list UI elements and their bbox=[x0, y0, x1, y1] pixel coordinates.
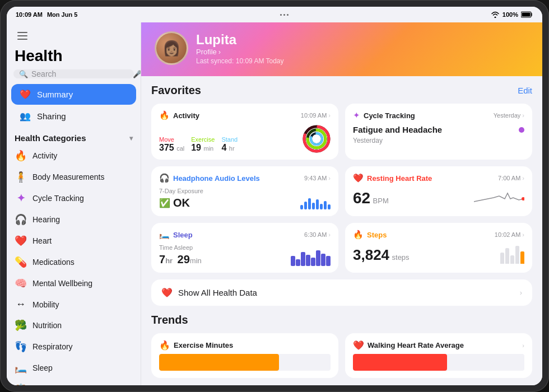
sleep-card-header: 🛏️ Sleep 6:30 AM › bbox=[159, 230, 331, 240]
search-bar[interactable]: 🔍 🎤 bbox=[13, 69, 134, 78]
trend-walking-hr-title: Walking Heart Rate Average bbox=[367, 341, 464, 349]
steps-card-header: 🔥 Steps 10:02 AM › bbox=[353, 230, 524, 240]
steps-chevron-icon: › bbox=[522, 231, 524, 238]
category-cycle[interactable]: ✦ Cycle Tracking bbox=[7, 188, 141, 209]
sleep-bars bbox=[291, 249, 331, 266]
cycle-symptom-time: Yesterday bbox=[353, 137, 442, 144]
trend-exercise[interactable]: 🔥 Exercise Minutes bbox=[151, 333, 338, 378]
symptoms-icon: 📋 bbox=[15, 383, 27, 385]
cycle-card-title: Cycle Tracking bbox=[364, 111, 415, 120]
exercise-unit: min bbox=[203, 145, 213, 152]
mobility-icon: ↔️ bbox=[15, 298, 27, 310]
headphone-time: 9:43 AM › bbox=[304, 175, 331, 181]
steps-unit: steps bbox=[392, 253, 410, 262]
profile-link[interactable]: Profile › bbox=[196, 48, 284, 56]
ok-icon: ✅ bbox=[159, 198, 170, 208]
sleep-time: 6:30 AM › bbox=[304, 231, 331, 238]
headphone-title-row: 🎧 Headphone Audio Levels bbox=[159, 173, 260, 183]
exercise-trend-bar bbox=[159, 354, 331, 371]
move-stat: Move 375 cal bbox=[159, 136, 184, 153]
sidebar-item-summary[interactable]: ❤️ Summary bbox=[11, 84, 136, 105]
status-date: Mon Jun 5 bbox=[47, 11, 77, 18]
category-mobility[interactable]: ↔️ Mobility bbox=[7, 294, 141, 315]
chevron-down-icon: ▾ bbox=[129, 134, 133, 142]
category-hearing[interactable]: 🎧 Hearing bbox=[7, 209, 141, 230]
trend-exercise-icon: 🔥 bbox=[159, 340, 170, 351]
status-bar-center bbox=[280, 14, 289, 16]
cycle-chevron-icon: › bbox=[522, 112, 524, 119]
steps-card[interactable]: 🔥 Steps 10:02 AM › 3,824 bbox=[345, 223, 532, 273]
sync-status: Last synced: 10:09 AM Today bbox=[196, 57, 284, 65]
sidebar-toggle-button[interactable] bbox=[15, 28, 30, 44]
headphone-card[interactable]: 🎧 Headphone Audio Levels 9:43 AM › bbox=[151, 166, 338, 216]
category-mental[interactable]: 🧠 Mental Wellbeing bbox=[7, 273, 141, 294]
edit-button[interactable]: Edit bbox=[518, 86, 532, 95]
steps-card-icon: 🔥 bbox=[353, 230, 364, 240]
activity-chevron-icon: › bbox=[328, 112, 331, 119]
category-heart[interactable]: ❤️ Heart bbox=[7, 230, 141, 251]
category-sleep[interactable]: 🛏️ Sleep bbox=[7, 357, 141, 379]
sleep-minutes: 29 bbox=[178, 253, 190, 265]
sidebar: Health 🔍 🎤 ❤️ Summary 👥 Sharing bbox=[7, 22, 141, 385]
favorites-header: Favorites Edit bbox=[151, 84, 532, 97]
activity-icon: 🔥 bbox=[15, 150, 27, 162]
activity-card-title: Activity bbox=[173, 111, 199, 120]
profile-info: Lupita Profile › Last synced: 10:09 AM T… bbox=[196, 32, 284, 65]
move-value: 375 bbox=[159, 143, 174, 152]
category-medications[interactable]: 💊 Medications bbox=[7, 251, 141, 273]
cycle-time: Yesterday › bbox=[494, 112, 524, 119]
category-symptoms[interactable]: 📋 Symptoms bbox=[7, 379, 141, 385]
activity-card-header: 🔥 Activity 10:09 AM › bbox=[159, 110, 331, 120]
cycle-card-header: ✦ Cycle Tracking Yesterday › bbox=[353, 110, 524, 120]
exercise-value: 19 bbox=[191, 143, 201, 152]
bpm-value: 62 bbox=[353, 189, 370, 207]
search-icon: 🔍 bbox=[19, 70, 28, 78]
cycle-icon: ✦ bbox=[15, 192, 27, 204]
heartrate-card[interactable]: ❤️ Resting Heart Rate 7:00 AM › bbox=[345, 166, 532, 216]
steps-bars bbox=[500, 244, 524, 264]
svg-rect-3 bbox=[17, 35, 27, 36]
activity-ring bbox=[303, 125, 331, 153]
cycle-card-icon: ✦ bbox=[353, 110, 360, 120]
heartrate-chevron-icon: › bbox=[522, 175, 524, 181]
category-nutrition[interactable]: 🥦 Nutrition bbox=[7, 315, 141, 336]
headphone-card-header: 🎧 Headphone Audio Levels 9:43 AM › bbox=[159, 173, 331, 183]
search-input[interactable] bbox=[31, 69, 129, 78]
activity-body: Move 375 cal Exercise bbox=[159, 125, 331, 153]
sleep-card[interactable]: 🛏️ Sleep 6:30 AM › Time Aslee bbox=[151, 223, 338, 273]
microphone-icon: 🎤 bbox=[133, 70, 141, 78]
category-body[interactable]: 🧍 Body Measurements bbox=[7, 166, 141, 188]
dot3 bbox=[287, 14, 289, 16]
show-all-button[interactable]: ❤️ Show All Health Data › bbox=[151, 279, 532, 306]
walking-hr-chevron-icon: › bbox=[522, 342, 524, 349]
category-respiratory[interactable]: 👣 Respiratory bbox=[7, 336, 141, 357]
sidebar-toolbar bbox=[7, 22, 141, 46]
favorites-grid: 🔥 Activity 10:09 AM › bbox=[151, 104, 532, 273]
battery-percent: 100% bbox=[503, 11, 518, 18]
exercise-stat: Exercise 19 min bbox=[191, 136, 215, 153]
app-title: Health bbox=[7, 46, 141, 69]
dot1 bbox=[280, 14, 282, 16]
sidebar-item-sharing[interactable]: 👥 Sharing bbox=[11, 106, 136, 127]
stand-stat: Stand 4 hr bbox=[221, 136, 238, 153]
status-bar-left: 10:09 AM Mon Jun 5 bbox=[16, 11, 77, 18]
category-activity[interactable]: 🔥 Activity bbox=[7, 145, 141, 166]
trend-walking-hr-icon: ❤️ bbox=[353, 340, 364, 351]
cycle-dot-icon bbox=[519, 127, 524, 133]
steps-card-title: Steps bbox=[367, 231, 387, 239]
main-content: 👩🏽 Lupita Profile › Last synced: 10:09 A… bbox=[141, 22, 542, 385]
trend-walking-hr[interactable]: ❤️ Walking Heart Rate Average › bbox=[345, 333, 532, 378]
medications-icon: 💊 bbox=[15, 256, 27, 268]
headphone-body: 7-Day Exposure ✅ OK bbox=[159, 188, 331, 209]
heartrate-card-title: Resting Heart Rate bbox=[367, 174, 432, 183]
trends-grid: 🔥 Exercise Minutes ❤️ Walking Heart Rate… bbox=[151, 333, 532, 378]
hearing-icon: 🎧 bbox=[15, 213, 27, 226]
steps-body: 3,824 steps bbox=[353, 244, 524, 264]
heart-icon: ❤️ bbox=[15, 235, 27, 247]
cycle-card[interactable]: ✦ Cycle Tracking Yesterday › F bbox=[345, 104, 532, 160]
headphone-chevron-icon: › bbox=[328, 175, 331, 181]
activity-card[interactable]: 🔥 Activity 10:09 AM › bbox=[151, 104, 338, 160]
audio-bars bbox=[300, 193, 331, 209]
avatar: 👩🏽 bbox=[155, 31, 188, 65]
sidebar-toggle-icon bbox=[17, 32, 27, 40]
